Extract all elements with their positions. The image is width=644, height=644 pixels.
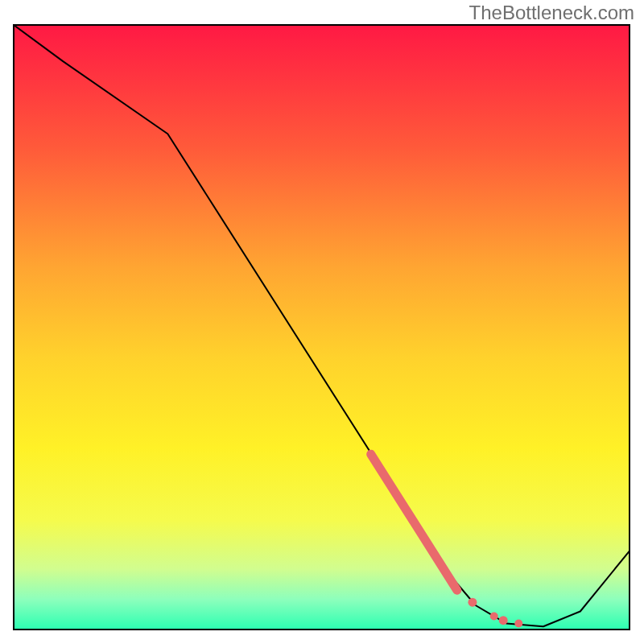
- gradient-background: [14, 25, 630, 630]
- highlight-point: [490, 612, 498, 620]
- highlight-point: [499, 616, 508, 625]
- bottleneck-chart: [0, 0, 644, 644]
- highlight-point: [468, 598, 477, 607]
- highlight-point: [514, 619, 522, 627]
- chart-stage: TheBottleneck.com: [0, 0, 644, 644]
- watermark-text: TheBottleneck.com: [469, 2, 634, 24]
